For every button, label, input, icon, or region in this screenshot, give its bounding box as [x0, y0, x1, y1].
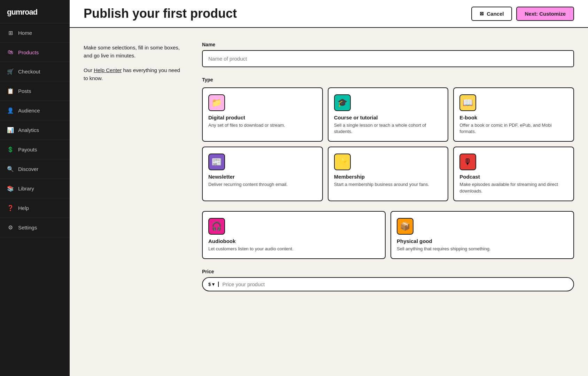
type-card-physical[interactable]: 📦 Physical good Sell anything that requi… — [390, 211, 574, 259]
sidebar-item-products[interactable]: 🛍 Products — [0, 43, 70, 62]
ebook-icon: 📖 — [459, 94, 476, 111]
posts-icon: 📋 — [7, 88, 14, 94]
header-actions: ⊠ Cancel Next: Customize — [471, 7, 574, 21]
library-icon: 📚 — [7, 185, 14, 192]
checkout-icon: 🛒 — [7, 68, 14, 75]
audiobook-desc: Let customers listen to your audio conte… — [208, 246, 379, 252]
type-label: Type — [202, 77, 574, 83]
cancel-button[interactable]: ⊠ Cancel — [471, 7, 512, 21]
type-card-membership[interactable]: ⭐ Membership Start a membership business… — [328, 147, 449, 201]
nav-label-audience: Audience — [18, 108, 40, 113]
podcast-icon: 🎙 — [459, 154, 476, 170]
sidebar-item-analytics[interactable]: 📊 Analytics — [0, 120, 70, 140]
type-grid-bottom: 🎧 Audiobook Let customers listen to your… — [202, 211, 574, 259]
sidebar: gumroad ⊞ Home 🛍 Products 🛒 Checkout 📋 P… — [0, 0, 70, 376]
nav-label-home: Home — [18, 30, 32, 36]
sidebar-item-settings[interactable]: ⚙ Settings — [0, 218, 70, 237]
page-title: Publish your first product — [84, 6, 237, 21]
help-center-link[interactable]: Help Center — [94, 67, 122, 73]
podcast-desc: Make episodes available for streaming an… — [459, 181, 568, 194]
nav-label-settings: Settings — [18, 225, 37, 230]
physical-title: Physical good — [397, 238, 568, 244]
podcast-title: Podcast — [459, 174, 568, 180]
analytics-icon: 📊 — [7, 127, 14, 133]
digital-desc: Any set of files to download or stream. — [208, 122, 317, 128]
type-grid-top: 📁 Digital product Any set of files to do… — [202, 87, 574, 201]
sidebar-item-payouts[interactable]: 💲 Payouts — [0, 140, 70, 159]
type-card-newsletter[interactable]: 📰 Newsletter Deliver recurring content t… — [202, 147, 323, 201]
sidebar-item-posts[interactable]: 📋 Posts — [0, 81, 70, 101]
nav-label-help: Help — [18, 205, 29, 211]
type-card-digital[interactable]: 📁 Digital product Any set of files to do… — [202, 87, 323, 142]
type-card-podcast[interactable]: 🎙 Podcast Make episodes available for st… — [453, 147, 574, 201]
sidebar-item-help[interactable]: ❓ Help — [0, 198, 70, 218]
audiobook-title: Audiobook — [208, 238, 379, 244]
help-prefix: Our — [84, 67, 94, 73]
name-input[interactable] — [202, 50, 574, 67]
membership-desc: Start a membership business around your … — [334, 181, 442, 188]
content-area: Make some selections, fill in some boxes… — [70, 28, 588, 305]
newsletter-icon: 📰 — [208, 154, 225, 170]
sidebar-nav: ⊞ Home 🛍 Products 🛒 Checkout 📋 Posts 👤 A… — [0, 23, 70, 376]
left-panel: Make some selections, fill in some boxes… — [84, 42, 181, 291]
price-label: Price — [202, 269, 574, 274]
digital-icon: 📁 — [208, 94, 225, 111]
price-input-wrap: $ ▾ — [202, 277, 574, 291]
page-header: Publish your first product ⊠ Cancel Next… — [70, 0, 588, 28]
ebook-title: E-book — [459, 115, 568, 120]
nav-label-checkout: Checkout — [18, 69, 40, 75]
currency-selector[interactable]: $ ▾ — [208, 282, 219, 287]
type-card-ebook[interactable]: 📖 E-book Offer a book or comic in PDF, e… — [453, 87, 574, 142]
course-icon: 🎓 — [334, 94, 351, 111]
sidebar-item-home[interactable]: ⊞ Home — [0, 23, 70, 43]
sidebar-item-discover[interactable]: 🔍 Discover — [0, 159, 70, 179]
cancel-label: Cancel — [487, 11, 504, 17]
main-content: Publish your first product ⊠ Cancel Next… — [70, 0, 588, 376]
next-label: Next: Customize — [525, 11, 566, 17]
type-card-course[interactable]: 🎓 Course or tutorial Sell a single lesso… — [328, 87, 449, 142]
course-desc: Sell a single lesson or teach a whole co… — [334, 122, 442, 135]
cancel-icon: ⊠ — [480, 11, 484, 16]
payouts-icon: 💲 — [7, 146, 14, 153]
intro-text: Make some selections, fill in some boxes… — [84, 44, 181, 60]
nav-label-analytics: Analytics — [18, 127, 39, 133]
next-button[interactable]: Next: Customize — [516, 7, 574, 21]
physical-icon: 📦 — [397, 218, 413, 235]
nav-label-products: Products — [18, 49, 39, 55]
product-form: Name Type 📁 Digital product Any set of f… — [202, 42, 574, 291]
newsletter-desc: Deliver recurring content through email. — [208, 181, 317, 188]
sidebar-item-checkout[interactable]: 🛒 Checkout — [0, 62, 70, 81]
nav-label-library: Library — [18, 186, 34, 191]
settings-icon: ⚙ — [7, 224, 14, 231]
physical-desc: Sell anything that requires shipping som… — [397, 246, 568, 252]
newsletter-title: Newsletter — [208, 174, 317, 180]
currency-symbol: $ — [208, 282, 211, 287]
audiobook-icon: 🎧 — [208, 218, 225, 235]
nav-label-discover: Discover — [18, 166, 38, 172]
nav-label-payouts: Payouts — [18, 147, 37, 152]
price-input[interactable] — [222, 281, 568, 287]
sidebar-item-audience[interactable]: 👤 Audience — [0, 101, 70, 120]
logo: gumroad — [0, 0, 70, 23]
name-label: Name — [202, 42, 574, 47]
chevron-down-icon: ▾ — [212, 282, 215, 287]
help-icon: ❓ — [7, 205, 14, 211]
type-card-audiobook[interactable]: 🎧 Audiobook Let customers listen to your… — [202, 211, 386, 259]
logo-text: gumroad — [7, 8, 37, 16]
sidebar-item-library[interactable]: 📚 Library — [0, 179, 70, 198]
digital-title: Digital product — [208, 115, 317, 120]
discover-icon: 🔍 — [7, 166, 14, 172]
ebook-desc: Offer a book or comic in PDF, ePub, and … — [459, 122, 568, 135]
home-icon: ⊞ — [7, 30, 14, 36]
membership-title: Membership — [334, 174, 442, 180]
audience-icon: 👤 — [7, 107, 14, 114]
course-title: Course or tutorial — [334, 115, 442, 120]
products-icon: 🛍 — [7, 49, 14, 55]
membership-icon: ⭐ — [334, 154, 351, 170]
help-text: Our Help Center has everything you need … — [84, 66, 181, 82]
nav-label-posts: Posts — [18, 88, 31, 94]
